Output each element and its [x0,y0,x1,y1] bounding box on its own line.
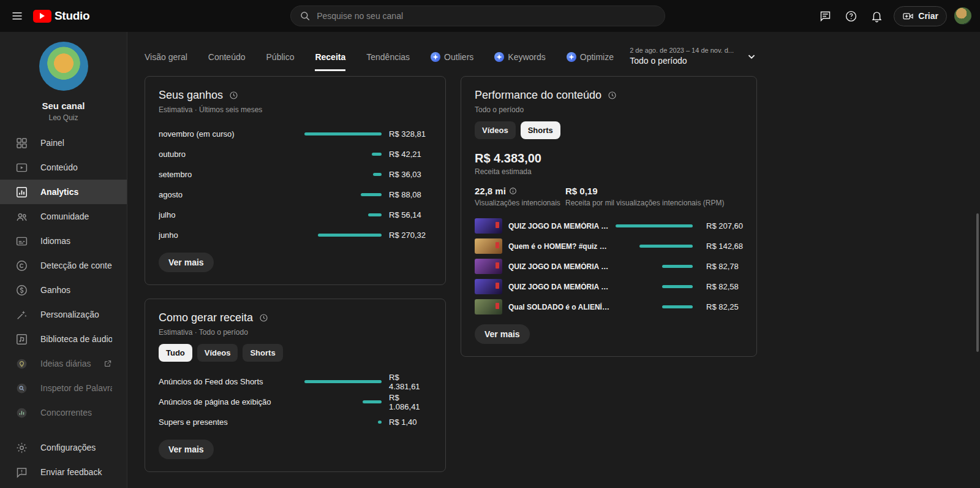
subtitles-icon [15,234,28,248]
sidebar-item-inspetor-de-palavras-chave[interactable]: Inspetor de Palavras-chave [0,376,127,400]
topbar-left: Studio [5,4,143,28]
chevron-down-icon [745,50,758,63]
sidebar-item-ganhos[interactable]: Ganhos [0,278,127,302]
tab-keywords[interactable]: Keywords [494,52,545,71]
search-input[interactable] [317,11,656,21]
video-row[interactable]: QUIZ JOGO DA MEMÓRIA | teste sua m...R$ … [475,276,743,297]
app-body: Seu canal Leo Quiz PainelConteúdoAnalyti… [0,32,980,488]
bar-value: R$ 88,08 [382,190,432,199]
sidebar-item-label: Concorrentes [40,408,112,417]
youtube-studio-logo[interactable]: Studio [33,9,89,23]
help-icon[interactable] [839,4,863,28]
create-button[interactable]: Criar [894,6,947,26]
tab-outliers[interactable]: Outliers [431,52,473,71]
revenue-sources-card: Como gerar receita Estimativa · Todo o p… [145,299,446,472]
performance-see-more-button[interactable]: Ver mais [475,324,530,344]
dashboard-icon [15,136,28,150]
stat: R$ 0,19Receita por mil visualizações int… [565,186,724,207]
tab-optimize[interactable]: Optimize [567,52,614,71]
sidebar-item-label: Idiomas [40,236,112,246]
sidebar-item-label: Conteúdo [40,162,112,172]
revenue-chip-shorts[interactable]: Shorts [243,344,282,362]
sidebar-item-configuracoes[interactable]: Configurações [0,435,127,460]
copyright-icon [15,259,28,272]
bar-category-label: junho [159,231,303,240]
sidebar-item-conteudo[interactable]: Conteúdo [0,155,127,180]
channel-avatar[interactable] [39,42,88,91]
video-thumbnail [475,279,502,294]
video-row[interactable]: QUIZ JOGO DA MEMÓRIA | teste sua m...R$ … [475,256,743,276]
tab-público[interactable]: Público [266,52,295,71]
revenue-chip-vídeos[interactable]: Vídeos [197,344,238,362]
sparkle-icon [567,52,576,62]
hamburger-menu-button[interactable] [5,4,29,28]
bar [363,400,382,403]
bar-category-label: novembro (em curso) [159,129,303,139]
sidebar-item-painel[interactable]: Painel [0,131,127,155]
sidebar-item-enviar-feedback[interactable]: Enviar feedback [0,460,127,484]
bar-zone [303,193,382,196]
scrollbar-thumb[interactable] [976,213,979,352]
sidebar-item-label: Inspetor de Palavras-chave [40,383,112,393]
date-range-picker[interactable]: 2 de ago. de 2023 – 14 de nov. d... Todo… [630,47,758,66]
create-camera-icon [902,10,914,22]
sidebar-item-idiomas[interactable]: Idiomas [0,229,127,253]
performance-chips: VídeosShorts [475,121,743,139]
topbar: Studio C [0,0,980,32]
bar [616,224,693,227]
sidebar-item-label: Enviar feedback [40,467,112,477]
tab-label: Optimize [580,52,614,62]
video-row[interactable]: Quem é o HOMEM? #quiz #quiztime #...R$ 1… [475,236,743,256]
bar [361,193,382,196]
sidebar-item-ideias-diarias[interactable]: Ideias diárias [0,351,127,376]
revenue-see-more-button[interactable]: Ver mais [159,440,214,459]
earnings-card-subtitle: Estimativa · Últimos seis meses [159,105,432,114]
sidebar-item-analytics[interactable]: Analytics [0,180,127,204]
channel-header: Seu canal Leo Quiz [0,32,127,122]
bar-value: R$ 4.381,61 [382,373,432,391]
sidebar-item-biblioteca-de-audio[interactable]: Biblioteca de áudio [0,327,127,351]
video-row[interactable]: QUIZ JOGO DA MEMÓRIA | teste sua m...R$ … [475,216,743,236]
comments-icon[interactable] [813,4,837,28]
estimated-revenue-caption: Receita estimada [475,167,743,176]
bar-value: R$ 36,03 [382,170,432,179]
account-avatar[interactable] [954,7,971,25]
bar [304,132,382,135]
performance-chip-vídeos[interactable]: Vídeos [475,121,516,139]
video-row[interactable]: Qual SOLDADO é o ALIENÍGENA ? #qui...R$ … [475,297,743,317]
tab-visão-geral[interactable]: Visão geral [145,52,187,71]
sidebar-item-deteccao-de-conteudo[interactable]: Detecção de conteúdo [0,253,127,278]
search-icon [300,10,311,21]
earnings-see-more-button[interactable]: Ver mais [159,253,214,272]
sidebar-item-concorrentes[interactable]: Concorrentes [0,400,127,425]
notifications-bell-icon[interactable] [864,4,889,28]
external-link-icon [104,359,112,368]
sidebar-item-label: Configurações [40,443,112,452]
info-icon[interactable] [509,187,517,195]
revenue-chip-tudo[interactable]: Tudo [159,344,192,362]
sidebar-menu: PainelConteúdoAnalyticsComunidadeIdiomas… [0,131,127,425]
main-content: Visão geralConteúdoPúblicoReceitaTendênc… [127,32,980,488]
tab-tendências[interactable]: Tendências [366,52,410,71]
tab-conteúdo[interactable]: Conteúdo [208,52,246,71]
bar-value: R$ 82,58 [699,282,743,291]
content-icon [15,161,28,174]
bar-zone [616,265,693,268]
performance-stats: 22,8 miVisualizações intencionaisR$ 0,19… [475,186,743,207]
video-title: Quem é o HOMEM? #quiz #quiztime #... [508,242,609,251]
video-title: Qual SOLDADO é o ALIENÍGENA ? #qui... [508,303,609,311]
tab-receita[interactable]: Receita [315,52,345,71]
earnings-card-title: Seus ganhos [159,89,223,102]
channel-handle: Leo Quiz [0,113,127,122]
bar-row: Supers e presentesR$ 1,40 [159,412,432,432]
sidebar-item-comunidade[interactable]: Comunidade [0,204,127,229]
stat-caption: Visualizações intencionais [475,199,565,207]
revenue-card-title: Como gerar receita [159,311,253,324]
performance-chip-shorts[interactable]: Shorts [521,121,560,139]
right-column: Performance do conteúdo Todo o período V… [461,76,757,370]
left-column: Seus ganhos Estimativa · Últimos seis me… [145,76,446,486]
bar-value: R$ 42,21 [382,150,432,159]
sidebar-item-personalizacao[interactable]: Personalização [0,302,127,327]
sidebar-item-label: Ideias diárias [40,359,91,368]
youtube-logo-icon [33,10,51,23]
